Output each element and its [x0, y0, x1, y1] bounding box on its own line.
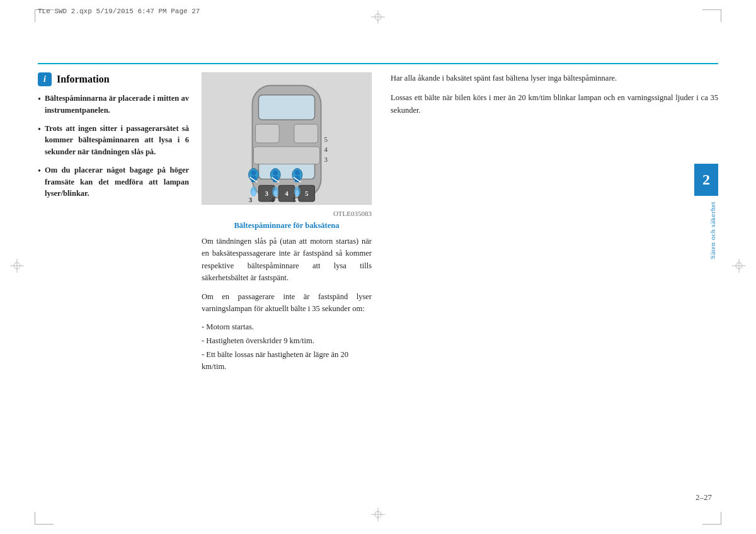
crosshair-bottom [371, 508, 385, 524]
svg-rect-14 [258, 95, 314, 120]
svg-rect-18 [254, 147, 320, 164]
middle-para-1: Om tändningen slås på (utan att motorn s… [202, 236, 372, 285]
corner-mark-top-left-v [35, 9, 35, 22]
corner-mark-top-right-v [721, 9, 721, 22]
left-column: i Information Bältespåminnarna är placer… [38, 72, 202, 477]
right-column: Har alla åkande i baksätet spänt fast bä… [384, 72, 718, 477]
svg-rect-16 [255, 124, 279, 143]
svg-text:3: 3 [265, 190, 269, 197]
side-tab-text: Säten och säkerhet [709, 202, 716, 259]
info-title: Information [57, 74, 110, 85]
content-area: i Information Bältespåminnarna är placer… [38, 72, 718, 477]
right-para-2: Lossas ett bälte när bilen körs i mer än… [391, 92, 718, 116]
corner-mark-bot-left-h [35, 524, 54, 525]
svg-text:5: 5 [305, 190, 309, 197]
svg-rect-17 [294, 124, 318, 143]
side-tab: 2 [694, 164, 718, 196]
car-diagram: 3 4 5 5 4 3 [202, 72, 372, 205]
image-caption: Bältespåminnare för baksätena [202, 221, 372, 230]
svg-point-45 [295, 190, 299, 196]
info-icon: i [38, 72, 52, 86]
right-para-1: Har alla åkande i baksätet spänt fast bä… [391, 72, 718, 84]
info-bullet-1: Bältespåminnarna är placerade i mitten a… [38, 93, 189, 116]
crosshair-top [371, 10, 385, 26]
middle-list-item-3: Ett bälte lossas när hastigheten är lägr… [202, 349, 372, 373]
svg-point-33 [252, 190, 256, 196]
side-tab-number: 2 [702, 171, 710, 188]
middle-column: 3 4 5 5 4 3 [202, 72, 384, 477]
middle-para-2: Om en passagerare inte är fastspänd lyse… [202, 291, 372, 315]
svg-text:3: 3 [324, 156, 328, 163]
info-bullets-list: Bältespåminnarna är placerade i mitten a… [38, 93, 189, 200]
middle-list-item-1: Motorn startas. [202, 321, 372, 333]
svg-text:4: 4 [285, 190, 289, 197]
crosshair-left [10, 259, 24, 275]
middle-list-item-2: Hastigheten överskrider 9 km/tim. [202, 335, 372, 347]
svg-point-41 [295, 171, 300, 176]
svg-point-29 [251, 171, 256, 176]
svg-point-39 [273, 190, 277, 196]
page-number: 2–27 [696, 492, 712, 503]
info-bullet-2: Trots att ingen sitter i passagerarsätet… [38, 123, 189, 158]
info-header: i Information [38, 72, 189, 86]
corner-mark-bot-left-v [35, 512, 35, 525]
top-cyan-line [38, 63, 718, 64]
information-box: i Information Bältespåminnarna är placer… [38, 72, 189, 200]
corner-mark-bot-right-h [702, 524, 721, 525]
svg-text:4: 4 [271, 196, 275, 203]
svg-text:5: 5 [324, 135, 328, 143]
svg-point-35 [273, 171, 278, 176]
svg-text:4: 4 [324, 145, 328, 153]
svg-text:5: 5 [292, 196, 296, 203]
image-label: OTLE035083 [202, 210, 372, 217]
crosshair-right [732, 259, 746, 275]
svg-text:3: 3 [249, 196, 253, 203]
middle-list: Motorn startas. Hastigheten överskrider … [202, 321, 372, 372]
file-info: TLe SWD 2.qxp 5/19/2015 6:47 PM Page 27 [38, 8, 200, 15]
corner-mark-bot-right-v [721, 512, 721, 525]
info-bullet-3: Om du placerar något bagage på höger fra… [38, 164, 189, 200]
